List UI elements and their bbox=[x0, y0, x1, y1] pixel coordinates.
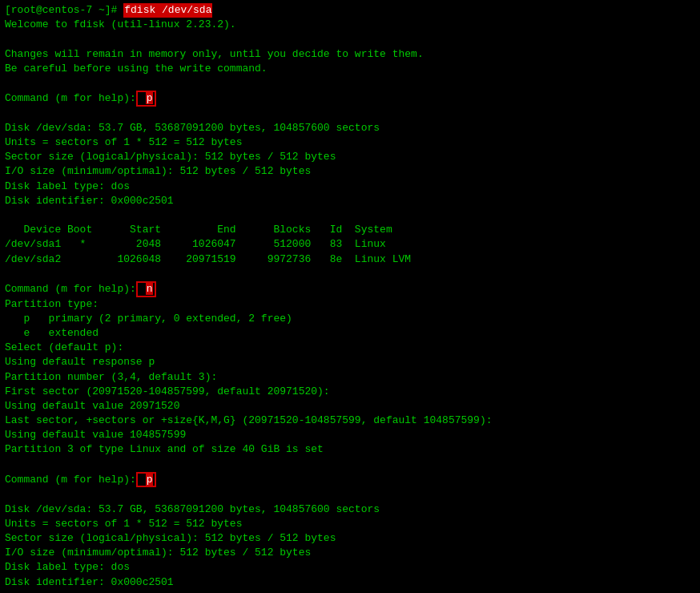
using-default-20971520: Using default value 20971520 bbox=[5, 399, 695, 413]
partition-type: Partition type: bbox=[5, 297, 695, 312]
command-prompt-2: Command (m for help): n bbox=[5, 281, 695, 297]
cmd-char-2: n bbox=[146, 283, 154, 295]
disk-info-1-1: Units = sectors of 1 * 512 = 512 bytes bbox=[5, 135, 695, 150]
disk-info-1-4: Disk label type: dos bbox=[5, 180, 695, 194]
partition-set: Partition 3 of type Linux and of size 40… bbox=[5, 442, 695, 457]
table-row-1-1: /dev/sda1 * 2048 1026047 512000 83 Linux bbox=[5, 237, 695, 252]
cmd-input-box-3: p bbox=[136, 472, 157, 488]
cmd-input-box-2: n bbox=[136, 281, 157, 297]
welcome-line: Welcome to fdisk (util-linux 2.23.2). bbox=[5, 18, 695, 32]
cmd-prompt-label-1: Command (m for help): bbox=[5, 91, 136, 106]
cmd-input-box-1: p bbox=[136, 91, 157, 107]
command-prompt-1: Command (m for help): p bbox=[5, 91, 695, 107]
changes-line: Changes will remain in memory only, unti… bbox=[5, 47, 695, 62]
cmd-prompt-label-3: Command (m for help): bbox=[5, 473, 136, 487]
using-default-104857599: Using default value 104857599 bbox=[5, 428, 695, 442]
partition-p: p primary (2 primary, 0 extended, 2 free… bbox=[5, 312, 695, 326]
table-header-1: Device Boot Start End Blocks Id System bbox=[5, 223, 695, 237]
disk-info-1-2: Sector size (logical/physical): 512 byte… bbox=[5, 150, 695, 164]
last-sector: Last sector, +sectors or +size{K,M,G} (2… bbox=[5, 413, 695, 428]
table-row-1-2: /dev/sda2 1026048 20971519 9972736 8e Li… bbox=[5, 252, 695, 267]
disk-info-2-0: Disk /dev/sda: 53.7 GB, 53687091200 byte… bbox=[5, 502, 695, 517]
terminal-window: [root@centos-7 ~]# fdisk /dev/sda Welcom… bbox=[0, 0, 700, 593]
cmd-highlight-1: fdisk /dev/sda bbox=[123, 3, 212, 18]
command-line-1: [root@centos-7 ~]# fdisk /dev/sda bbox=[5, 3, 695, 18]
disk-info-2-5: Disk identifier: 0x000c2501 bbox=[5, 575, 695, 590]
partition-number: Partition number (3,4, default 3): bbox=[5, 370, 695, 385]
disk-info-1-3: I/O size (minimum/optimal): 512 bytes / … bbox=[5, 164, 695, 179]
disk-info-2-1: Units = sectors of 1 * 512 = 512 bytes bbox=[5, 517, 695, 531]
disk-info-1-5: Disk identifier: 0x000c2501 bbox=[5, 194, 695, 208]
disk-info-2-2: Sector size (logical/physical): 512 byte… bbox=[5, 531, 695, 546]
careful-line: Be careful before using the write comman… bbox=[5, 62, 695, 76]
command-prompt-3: Command (m for help): p bbox=[5, 472, 695, 488]
partition-e: e extended bbox=[5, 326, 695, 341]
disk-info-2-4: Disk label type: dos bbox=[5, 560, 695, 575]
cmd-prompt-label-2: Command (m for help): bbox=[5, 282, 136, 296]
using-default-response: Using default response p bbox=[5, 355, 695, 369]
disk-info-1-0: Disk /dev/sda: 53.7 GB, 53687091200 byte… bbox=[5, 121, 695, 135]
first-sector: First sector (20971520-104857599, defaul… bbox=[5, 385, 695, 399]
cmd-char-3: p bbox=[146, 474, 154, 486]
disk-info-2-3: I/O size (minimum/optimal): 512 bytes / … bbox=[5, 546, 695, 560]
select-default: Select (default p): bbox=[5, 341, 695, 355]
cmd-char-1: p bbox=[146, 92, 154, 104]
prompt-1: [root@centos-7 ~]# bbox=[5, 3, 123, 18]
